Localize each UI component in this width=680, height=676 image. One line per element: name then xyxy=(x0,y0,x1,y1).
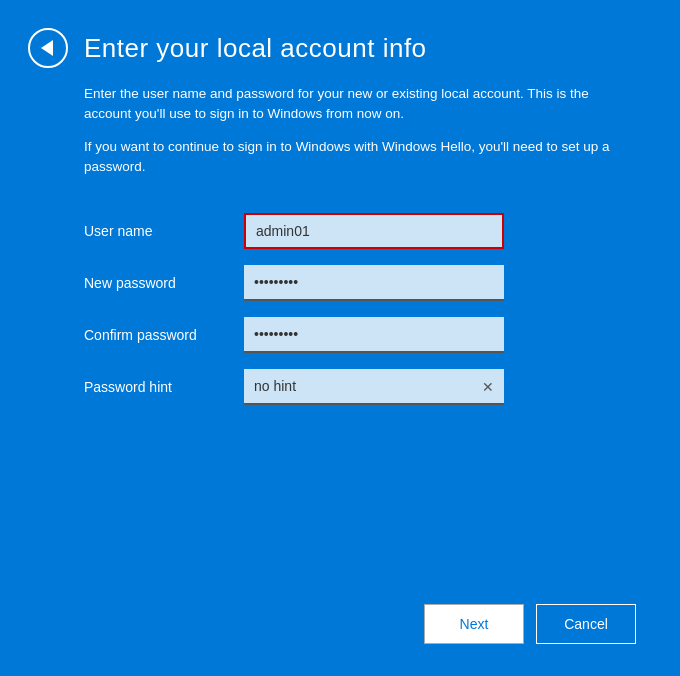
username-label: User name xyxy=(84,223,244,239)
page-container: Enter your local account info Enter the … xyxy=(0,0,680,676)
description: Enter the user name and password for you… xyxy=(0,84,680,189)
next-button[interactable]: Next xyxy=(424,604,524,644)
password-hint-row: Password hint ✕ xyxy=(84,369,636,405)
username-input[interactable] xyxy=(244,213,504,249)
password-hint-input[interactable] xyxy=(244,369,504,405)
page-title: Enter your local account info xyxy=(84,33,427,64)
description-line2: If you want to continue to sign in to Wi… xyxy=(84,137,636,178)
clear-hint-button[interactable]: ✕ xyxy=(478,377,498,397)
clear-icon: ✕ xyxy=(482,379,494,395)
confirm-password-input[interactable] xyxy=(244,317,504,353)
cancel-button[interactable]: Cancel xyxy=(536,604,636,644)
username-row: User name xyxy=(84,213,636,249)
form-area: User name New password Confirm password … xyxy=(0,189,680,604)
header: Enter your local account info xyxy=(0,0,680,84)
hint-input-wrapper: ✕ xyxy=(244,369,504,405)
new-password-row: New password xyxy=(84,265,636,301)
back-arrow-icon xyxy=(41,40,53,56)
button-area: Next Cancel xyxy=(0,604,680,676)
new-password-label: New password xyxy=(84,275,244,291)
confirm-password-row: Confirm password xyxy=(84,317,636,353)
confirm-password-label: Confirm password xyxy=(84,327,244,343)
password-hint-label: Password hint xyxy=(84,379,244,395)
new-password-input[interactable] xyxy=(244,265,504,301)
back-button[interactable] xyxy=(28,28,68,68)
description-line1: Enter the user name and password for you… xyxy=(84,84,636,125)
